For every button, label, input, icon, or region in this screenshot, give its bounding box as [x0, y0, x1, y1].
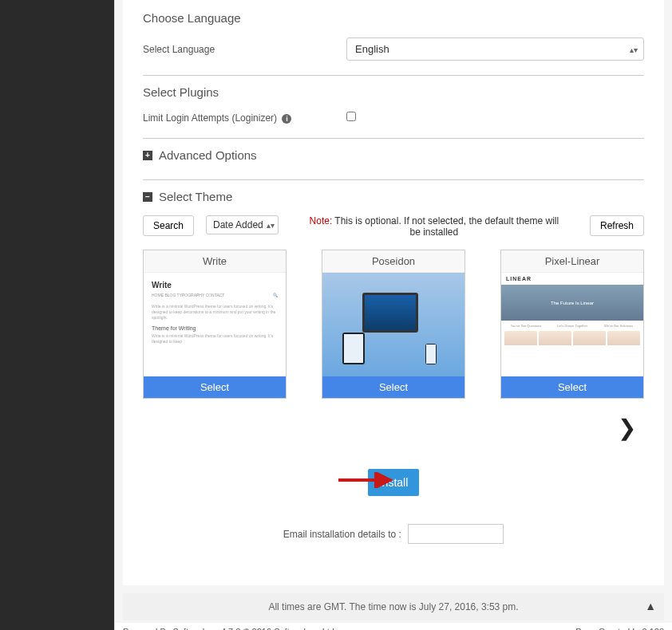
sort-select[interactable]: Date Added: [206, 215, 279, 234]
select-plugins-heading: Select Plugins: [143, 85, 644, 99]
advanced-options-heading[interactable]: + Advanced Options: [143, 148, 644, 162]
scroll-top-icon[interactable]: ▲: [645, 600, 656, 612]
search-button[interactable]: Search: [143, 215, 194, 236]
theme-title: Write: [144, 250, 286, 273]
choose-language-heading: Choose Language: [143, 11, 644, 25]
theme-preview[interactable]: Write HOME BLOG TYPOGRAPHY CONTACT🔍 Writ…: [144, 273, 286, 376]
theme-select-button[interactable]: Select: [144, 376, 286, 398]
email-input[interactable]: [408, 524, 504, 544]
theme-preview[interactable]: [322, 273, 464, 376]
footer-bottom: Powered By Softaculous 4.7.8 © 2016 Soft…: [115, 623, 672, 630]
select-language-label: Select Language: [143, 44, 346, 55]
select-theme-heading[interactable]: − Select Theme: [143, 190, 644, 203]
minus-icon: −: [143, 192, 152, 202]
annotation-arrow: [334, 472, 398, 488]
company-link[interactable]: Softaculous Ltd.: [274, 627, 337, 630]
themes-grid: Write Write HOME BLOG TYPOGRAPHY CONTACT…: [143, 250, 644, 399]
email-details-row: Email installation details to :: [143, 524, 644, 544]
plugin-loginizer-label: Limit Login Attempts (Loginizer) i: [143, 112, 346, 124]
language-select[interactable]: English: [346, 37, 644, 61]
admin-sidebar: [0, 0, 114, 630]
choose-language-section: Choose Language Select Language English …: [143, 2, 644, 75]
next-themes-nav: ❯: [143, 415, 644, 441]
page-created-info: Page Created In:0.128: [575, 627, 664, 630]
plus-icon: +: [143, 151, 152, 160]
theme-select-button[interactable]: Select: [501, 376, 643, 398]
advanced-options-section: + Advanced Options: [143, 138, 644, 179]
footer-time: All times are GMT. The time now is July …: [123, 593, 664, 620]
theme-title: Pixel-Linear: [501, 250, 643, 273]
theme-note: Note: This is optional. If not selected,…: [291, 215, 578, 238]
email-label: Email installation details to :: [283, 529, 401, 540]
theme-title: Poseidon: [322, 250, 464, 273]
theme-preview[interactable]: LINEAR The Future Is Linear You've Got Q…: [501, 273, 643, 376]
theme-select-button[interactable]: Select: [322, 376, 464, 398]
plugin-loginizer-checkbox[interactable]: [346, 112, 356, 121]
softaculous-link[interactable]: Softaculous: [172, 627, 218, 630]
main-content: Choose Language Select Language English …: [114, 0, 672, 630]
select-plugins-section: Select Plugins Limit Login Attempts (Log…: [143, 75, 644, 138]
info-icon[interactable]: i: [282, 114, 291, 124]
theme-card-pixel-linear: Pixel-Linear LINEAR The Future Is Linear…: [500, 250, 644, 399]
select-theme-section: − Select Theme Search Date Added ▴▾ Note…: [143, 179, 644, 553]
theme-card-write: Write Write HOME BLOG TYPOGRAPHY CONTACT…: [143, 250, 287, 399]
refresh-button[interactable]: Refresh: [590, 215, 644, 236]
theme-card-poseidon: Poseidon Select: [322, 250, 465, 399]
chevron-right-icon[interactable]: ❯: [618, 415, 636, 440]
